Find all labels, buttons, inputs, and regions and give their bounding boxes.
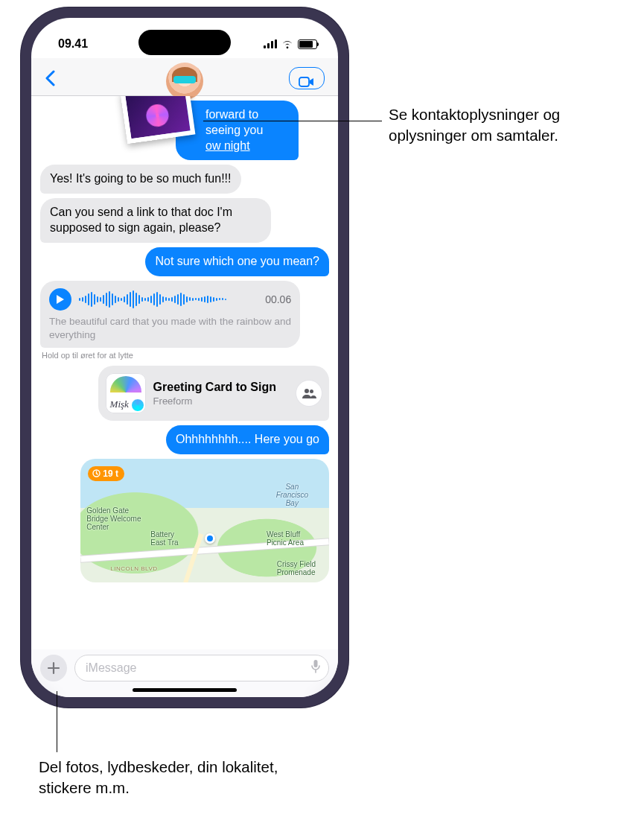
svg-rect-4 bbox=[314, 660, 318, 667]
message-received[interactable]: Can you send a link to that doc I'm supp… bbox=[40, 198, 271, 243]
nav-header: Melody bbox=[31, 58, 338, 96]
freeform-card-message[interactable]: Mişk Greeting Card to Sign Freeform bbox=[98, 366, 329, 421]
audio-transcript: The beautiful card that you made with th… bbox=[49, 315, 291, 342]
play-button[interactable] bbox=[49, 288, 71, 311]
audio-duration: 00.06 bbox=[265, 293, 291, 305]
svg-point-2 bbox=[310, 390, 313, 393]
video-icon bbox=[299, 77, 315, 87]
avatar bbox=[166, 63, 203, 100]
freeform-app-icon bbox=[131, 398, 144, 412]
plus-icon bbox=[47, 661, 60, 675]
message-received[interactable]: Yes! It's going to be so much fun!!! bbox=[40, 165, 241, 194]
message-input[interactable]: iMessage bbox=[74, 655, 329, 681]
raise-to-listen-hint: Hold op til øret for at lytte bbox=[42, 351, 133, 360]
status-indicators bbox=[264, 39, 317, 49]
svg-point-1 bbox=[305, 389, 309, 393]
location-message[interactable]: 19 t San FranciscoBay Golden GateBridge … bbox=[80, 459, 329, 582]
message-text: Can you send a link to that doc I'm supp… bbox=[50, 206, 232, 234]
home-indicator[interactable] bbox=[133, 688, 237, 692]
map-label: Golden GateBridge WelcomeCenter bbox=[86, 506, 144, 531]
message-link[interactable]: ow night bbox=[205, 139, 250, 152]
notch bbox=[138, 30, 231, 55]
message-sent[interactable]: Not sure which one you mean? bbox=[145, 247, 329, 276]
facetime-button[interactable] bbox=[289, 67, 325, 89]
callout-leader bbox=[57, 691, 57, 752]
phone-screen: 09.41 Melody bbox=[31, 18, 338, 697]
message-text: forward to seeing you bbox=[205, 108, 263, 136]
back-button[interactable] bbox=[45, 63, 55, 89]
phone-frame: 09.41 Melody bbox=[21, 7, 348, 708]
location-timer-badge: 19 t bbox=[88, 466, 124, 481]
message-sent[interactable]: Ohhhhhhhh.... Here you go bbox=[166, 425, 329, 454]
map-label: San FranciscoBay bbox=[276, 483, 308, 507]
message-text: Not sure which one you mean? bbox=[155, 255, 319, 267]
play-icon bbox=[56, 294, 65, 305]
callout-plus: Del fotos, lydbeskeder, din lokalitet, s… bbox=[39, 757, 307, 798]
wifi-icon bbox=[281, 39, 294, 49]
audio-message[interactable]: 00.06 The beautiful card that you made w… bbox=[40, 281, 300, 348]
clock-icon bbox=[92, 469, 101, 477]
map-label: Crissy FieldPromenade bbox=[277, 560, 316, 576]
battery-icon bbox=[298, 39, 317, 49]
card-script: Mişk bbox=[110, 398, 129, 410]
card-title: Greeting Card to Sign bbox=[153, 380, 289, 394]
callout-leader bbox=[203, 121, 382, 121]
plus-button[interactable] bbox=[40, 655, 67, 681]
card-thumbnail: Mişk bbox=[106, 373, 146, 413]
map-label: LINCOLN BLVD bbox=[110, 565, 157, 572]
callout-contact: Se kontaktoplysninger og oplysninger om … bbox=[389, 104, 634, 145]
svg-rect-0 bbox=[299, 77, 309, 86]
dictation-button[interactable] bbox=[310, 659, 321, 677]
status-time: 09.41 bbox=[58, 37, 88, 51]
audio-waveform[interactable] bbox=[79, 290, 258, 308]
cellular-icon bbox=[264, 39, 277, 48]
collaboration-button[interactable] bbox=[296, 381, 322, 406]
input-placeholder: iMessage bbox=[86, 661, 310, 675]
message-text: Yes! It's going to be so much fun!!! bbox=[50, 172, 232, 185]
conversation-scroll[interactable]: forward to seeing you ow night Yes! It's… bbox=[31, 96, 338, 628]
message-text: Ohhhhhhhh.... Here you go bbox=[176, 433, 319, 445]
timer-text: 19 t bbox=[103, 468, 118, 479]
map-label: BatteryEast Tra bbox=[150, 530, 178, 547]
map-label: West BluffPicnic Area bbox=[267, 530, 304, 547]
message-sent-with-sticker[interactable]: forward to seeing you ow night bbox=[176, 101, 329, 160]
people-icon bbox=[302, 388, 316, 398]
location-pin-icon bbox=[205, 533, 215, 544]
mic-icon bbox=[310, 659, 321, 674]
card-app-name: Freeform bbox=[153, 395, 289, 407]
